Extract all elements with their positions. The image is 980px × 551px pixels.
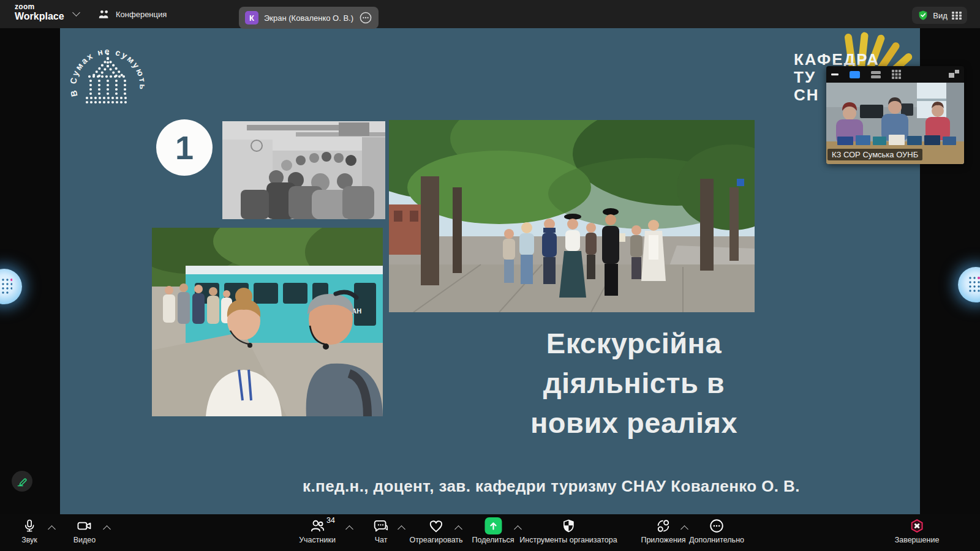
pencil-icon	[16, 475, 28, 487]
conference-tab-label: Конференция	[116, 10, 167, 19]
more-ellipsis-icon	[709, 518, 725, 534]
presentation-slide: В Сумах не сумують	[60, 28, 920, 514]
heart-icon	[428, 518, 444, 534]
apps-icon	[655, 518, 671, 534]
apps-button[interactable]: Приложения	[641, 517, 685, 544]
audio-options-chevron[interactable]	[49, 523, 55, 534]
camera-icon	[77, 518, 92, 534]
react-options-chevron[interactable]	[456, 523, 461, 534]
participant-name-label: КЗ СОР Сумська ОУНБ	[827, 149, 922, 160]
tab-screen-share[interactable]: К Экран (Коваленко О. В.)	[239, 7, 379, 29]
workspace-chevron-down-icon[interactable]	[72, 9, 80, 17]
sumy-city-logo: В Сумах не сумують	[67, 32, 148, 116]
video-panel-controls	[826, 66, 964, 83]
chat-options-chevron[interactable]	[399, 523, 404, 534]
video-options-chevron[interactable]	[104, 523, 110, 534]
leave-meeting-icon	[908, 518, 925, 534]
logo-line-workplace: Workplace	[15, 12, 64, 21]
react-button[interactable]: Отреагировать	[409, 517, 462, 544]
photo-bw-excursion-group	[222, 121, 385, 219]
active-speaker-view-icon[interactable]	[850, 71, 860, 78]
leave-meeting-button-label: Завершение	[895, 536, 940, 544]
react-button-label: Отреагировать	[409, 536, 462, 544]
title-line-2: діяльність в	[426, 363, 842, 403]
participant-video-panel[interactable]: КЗ СОР Сумська ОУНБ	[826, 66, 964, 164]
host-tools-button[interactable]: Инструменты организатора	[519, 517, 617, 544]
slide-author-credit: к.пед.н., доцент, зав. кафедри туризму С…	[244, 477, 859, 496]
host-tools-shield-icon	[561, 518, 576, 534]
share-screen-button-label: Поделиться	[472, 536, 514, 544]
dept-text-line3: СН	[794, 86, 820, 105]
more-button[interactable]: Дополнительно	[689, 517, 744, 544]
share-icon	[484, 517, 502, 534]
photo-guides-selfie: БОГДАН	[152, 228, 383, 416]
more-button-label: Дополнительно	[689, 536, 744, 544]
participants-button-label: Участники	[299, 536, 336, 544]
layout-grid-icon	[952, 12, 962, 20]
screen-share-tab-label: Экран (Коваленко О. В.)	[264, 13, 353, 23]
participants-icon	[309, 518, 325, 534]
dept-text-line2: ТУ	[794, 68, 816, 87]
microphone-icon	[22, 518, 37, 534]
chat-button[interactable]: Чат	[373, 517, 389, 544]
speaker-view-icon[interactable]	[871, 71, 881, 78]
video-button-label: Видео	[74, 536, 96, 544]
video-button[interactable]: Видео	[74, 517, 96, 544]
audio-button-label: Звук	[21, 536, 37, 544]
title-line-1: Екскурсійна	[426, 323, 842, 363]
logo-line-zoom: zoom	[15, 3, 64, 10]
presenter-avatar: К	[245, 11, 258, 24]
right-edge-widget[interactable]	[958, 267, 980, 302]
photo-costumed-walking-tour	[389, 120, 755, 312]
participants-options-chevron[interactable]	[347, 523, 352, 534]
gallery-view-icon[interactable]	[892, 70, 901, 79]
left-edge-widget[interactable]	[0, 269, 22, 304]
annotate-button[interactable]	[12, 471, 32, 492]
apps-options-chevron[interactable]	[682, 523, 687, 534]
title-line-3: нових реаліях	[426, 403, 842, 443]
security-shield-icon	[918, 10, 929, 21]
tab-conference[interactable]: Конференция	[98, 5, 167, 23]
meeting-toolbar: Звук Видео Участники 34	[0, 514, 980, 551]
shared-screen-stage: В Сумах не сумують	[0, 28, 980, 514]
zoom-workplace-logo: zoom Workplace	[15, 3, 64, 21]
people-icon	[98, 9, 110, 20]
view-button-label: Вид	[933, 11, 948, 20]
slide-number: 1	[175, 129, 194, 167]
zoom-meeting-window: zoom Workplace Конференция К Экран (Кова…	[0, 0, 980, 551]
top-bar: zoom Workplace Конференция К Экран (Кова…	[0, 0, 980, 28]
participants-count-badge: 34	[326, 516, 335, 525]
minimize-video-icon[interactable]	[831, 73, 839, 76]
view-button[interactable]: Вид	[912, 7, 967, 24]
apps-button-label: Приложения	[641, 536, 685, 544]
audio-button[interactable]: Звук	[21, 517, 37, 544]
chat-icon	[373, 518, 389, 534]
dots-grid-icon	[0, 277, 12, 296]
tab-more-icon[interactable]	[359, 11, 372, 24]
picture-in-picture-icon[interactable]	[949, 70, 959, 78]
dots-grid-icon	[968, 276, 980, 294]
leave-meeting-button[interactable]: Завершение	[895, 517, 940, 544]
slide-number-badge: 1	[156, 119, 213, 176]
video-feed: КЗ СОР Сумська ОУНБ	[826, 83, 964, 164]
slide-title: Екскурсійна діяльність в нових реаліях	[426, 323, 842, 443]
host-tools-button-label: Инструменты организатора	[519, 536, 617, 544]
chat-button-label: Чат	[375, 536, 388, 544]
share-screen-button[interactable]: Поделиться	[472, 517, 514, 544]
